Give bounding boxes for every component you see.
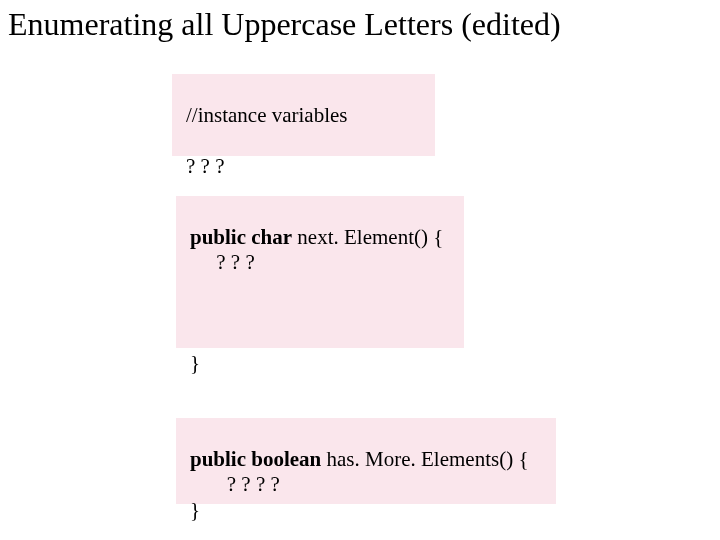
code-line-sig: public boolean has. More. Elements() { [190, 447, 529, 471]
code-block-next-element: public char next. Element() { ? ? ? } [176, 196, 464, 348]
code-line: ? ? ? ? [190, 472, 280, 496]
code-line: } [190, 351, 200, 375]
code-line: //instance variables [186, 103, 348, 127]
keyword: public char [190, 225, 292, 249]
code-line-sig: public char next. Element() { [190, 225, 443, 249]
keyword: public boolean [190, 447, 321, 471]
code-line: ? ? ? [190, 250, 255, 274]
code-line: ? ? ? [186, 154, 224, 178]
page-title: Enumerating all Uppercase Letters (edite… [8, 6, 561, 43]
code-block-instance-vars: //instance variables ? ? ? [172, 74, 435, 156]
sig-rest: next. Element() { [292, 225, 443, 249]
sig-rest: has. More. Elements() { [321, 447, 528, 471]
code-line: } [190, 498, 200, 522]
code-block-has-more-elements: public boolean has. More. Elements() { ?… [176, 418, 556, 504]
